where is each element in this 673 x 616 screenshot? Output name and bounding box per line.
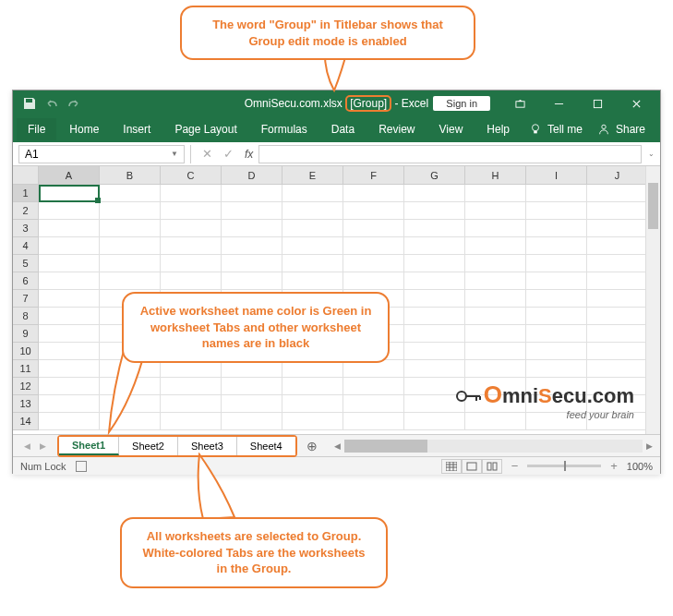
sheet-tab-label: Sheet4 bbox=[250, 441, 282, 452]
hscroll-left-icon[interactable]: ◀ bbox=[334, 441, 341, 451]
tellme-icon bbox=[529, 123, 542, 136]
sheet-nav-prev-icon[interactable]: ◀ bbox=[24, 441, 30, 451]
svg-rect-19 bbox=[493, 463, 497, 470]
col-header[interactable]: G bbox=[404, 166, 465, 185]
formula-bar-input[interactable] bbox=[258, 145, 642, 163]
tab-review[interactable]: Review bbox=[367, 118, 426, 140]
close-icon[interactable] bbox=[618, 91, 655, 115]
svg-rect-6 bbox=[534, 131, 537, 134]
zoom-slider[interactable] bbox=[527, 465, 601, 467]
separator bbox=[190, 145, 191, 163]
tab-insert[interactable]: Insert bbox=[112, 118, 162, 140]
sheet-nav-next-icon[interactable]: ▶ bbox=[40, 441, 46, 451]
sheet-tabs-group-highlight: Sheet1 Sheet2 Sheet3 Sheet4 bbox=[57, 435, 297, 457]
tab-view[interactable]: View bbox=[428, 118, 475, 140]
svg-point-8 bbox=[457, 392, 466, 401]
page-layout-view-icon[interactable] bbox=[462, 459, 482, 474]
col-header[interactable]: A bbox=[39, 166, 100, 185]
hscroll-thumb[interactable] bbox=[344, 440, 427, 453]
svg-rect-2 bbox=[594, 100, 601, 107]
save-icon[interactable] bbox=[22, 96, 37, 111]
zoom-out-icon[interactable]: − bbox=[511, 459, 519, 473]
sheet-nav-arrows[interactable]: ◀▶ bbox=[13, 441, 57, 451]
page-break-view-icon[interactable] bbox=[482, 459, 502, 474]
col-header[interactable]: E bbox=[282, 166, 343, 185]
col-header[interactable]: F bbox=[343, 166, 404, 185]
horizontal-scrollbar[interactable]: ◀ ▶ bbox=[327, 440, 660, 453]
watermark-logo: OmniSecu.com feed your brain bbox=[456, 380, 634, 420]
fx-icon[interactable]: fx bbox=[239, 148, 258, 161]
ribbon-display-options-icon[interactable] bbox=[501, 91, 538, 115]
name-box-value: A1 bbox=[25, 148, 39, 161]
hscroll-track[interactable] bbox=[344, 440, 643, 453]
row-header[interactable]: 4 bbox=[13, 237, 39, 255]
cancel-formula-icon[interactable]: ✕ bbox=[197, 147, 218, 161]
row-headers: 1 2 3 4 5 6 7 8 9 10 11 12 13 14 bbox=[13, 185, 39, 434]
tab-file[interactable]: File bbox=[17, 118, 56, 140]
share-button[interactable]: Share bbox=[614, 118, 656, 140]
sheet-tabs-row: ◀▶ Sheet1 Sheet2 Sheet3 Sheet4 ⊕ ◀ ▶ bbox=[13, 434, 660, 456]
svg-rect-18 bbox=[487, 463, 491, 470]
col-header[interactable]: D bbox=[222, 166, 282, 185]
tab-help[interactable]: Help bbox=[475, 118, 521, 140]
tab-data-label: Data bbox=[331, 123, 355, 136]
tab-review-label: Review bbox=[379, 123, 415, 136]
row-header[interactable]: 11 bbox=[13, 360, 39, 378]
col-header[interactable]: J bbox=[587, 166, 648, 185]
callout-middle: Active worksheet name color is Green in … bbox=[122, 292, 390, 363]
col-header[interactable]: C bbox=[161, 166, 222, 185]
row-header[interactable]: 12 bbox=[13, 378, 39, 395]
vertical-scroll-thumb[interactable] bbox=[648, 183, 658, 229]
numlock-indicator: Num Lock bbox=[20, 461, 66, 472]
quick-access-toolbar bbox=[13, 96, 81, 111]
maximize-icon[interactable] bbox=[579, 91, 616, 115]
zoom-in-icon[interactable]: + bbox=[610, 459, 618, 473]
minimize-icon[interactable] bbox=[540, 91, 577, 115]
row-header[interactable]: 9 bbox=[13, 325, 39, 343]
row-header[interactable]: 6 bbox=[13, 272, 39, 290]
row-header[interactable]: 8 bbox=[13, 308, 39, 325]
name-box[interactable]: A1 ▼ bbox=[18, 145, 185, 163]
tellme-button[interactable]: Tell me bbox=[546, 118, 594, 140]
share-icon bbox=[597, 123, 610, 136]
row-header[interactable]: 7 bbox=[13, 290, 39, 308]
row-header[interactable]: 2 bbox=[13, 202, 39, 220]
redo-icon[interactable] bbox=[66, 96, 81, 111]
normal-view-icon[interactable] bbox=[441, 459, 462, 474]
sheet-tab-1[interactable]: Sheet1 bbox=[59, 437, 119, 455]
new-sheet-button[interactable]: ⊕ bbox=[297, 439, 327, 453]
watermark-tagline: feed your brain bbox=[456, 409, 634, 420]
svg-rect-17 bbox=[467, 463, 476, 470]
col-header[interactable]: B bbox=[100, 166, 161, 185]
col-header[interactable]: I bbox=[526, 166, 587, 185]
undo-icon[interactable] bbox=[44, 96, 59, 111]
title-app: - Excel bbox=[395, 97, 429, 110]
row-header[interactable]: 13 bbox=[13, 395, 39, 413]
tab-home[interactable]: Home bbox=[58, 118, 110, 140]
row-header[interactable]: 10 bbox=[13, 343, 39, 360]
titlebar: OmniSecu.com.xlsx [Group] - Excel Sign i… bbox=[13, 91, 660, 116]
key-icon bbox=[456, 385, 482, 409]
signin-button[interactable]: Sign in bbox=[433, 96, 490, 111]
row-header[interactable]: 1 bbox=[13, 185, 39, 202]
row-header[interactable]: 5 bbox=[13, 255, 39, 272]
row-header[interactable]: 3 bbox=[13, 220, 39, 237]
callout-middle-text: Active worksheet name color is Green in … bbox=[140, 304, 372, 350]
vertical-scrollbar[interactable] bbox=[645, 166, 660, 434]
tab-data[interactable]: Data bbox=[320, 118, 366, 140]
name-box-dropdown-icon[interactable]: ▼ bbox=[165, 150, 184, 158]
row-header[interactable]: 14 bbox=[13, 413, 39, 430]
enter-formula-icon[interactable]: ✓ bbox=[218, 147, 239, 161]
title-group-badge: [Group] bbox=[345, 95, 391, 112]
formula-expand-icon[interactable]: ⌄ bbox=[648, 150, 655, 158]
select-all-corner[interactable] bbox=[13, 166, 39, 185]
col-header[interactable]: H bbox=[465, 166, 526, 185]
macro-record-icon[interactable] bbox=[76, 461, 87, 472]
tab-formulas[interactable]: Formulas bbox=[250, 118, 318, 140]
column-headers: A B C D E F G H I J bbox=[39, 166, 645, 185]
tab-page-layout[interactable]: Page Layout bbox=[163, 118, 247, 140]
sheet-tab-2[interactable]: Sheet2 bbox=[119, 437, 178, 455]
active-cell-indicator bbox=[39, 185, 100, 202]
zoom-level[interactable]: 100% bbox=[627, 461, 653, 472]
hscroll-right-icon[interactable]: ▶ bbox=[646, 441, 653, 451]
